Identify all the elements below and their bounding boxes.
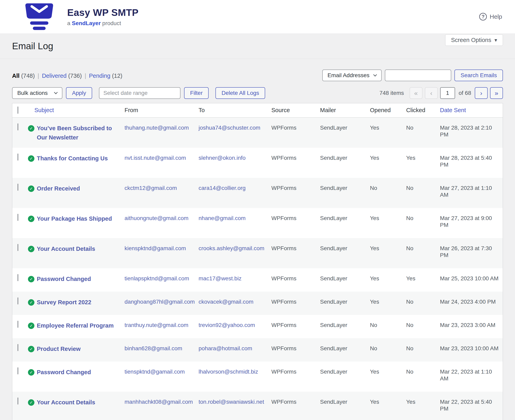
from-address[interactable]: nvt.isst.nute@gmail.com: [124, 155, 186, 161]
email-subject-link[interactable]: Your Package Has Shipped: [37, 214, 112, 223]
to-address[interactable]: joshua74@schuster.com: [199, 125, 260, 131]
table-row: ✓ Order Received ckctm12@gmail.com cara1…: [12, 178, 503, 208]
from-address[interactable]: tienspktnd@gamail.com: [124, 368, 185, 375]
search-box: Email Addresses Search Emails: [322, 69, 503, 81]
screen-options-button[interactable]: Screen Options ▼: [445, 34, 503, 46]
row-checkbox[interactable]: [17, 214, 18, 221]
to-address[interactable]: slehner@okon.info: [199, 155, 246, 161]
from-address[interactable]: tienlapspktnd@gmail.com: [124, 275, 189, 282]
email-subject-link[interactable]: You’ve Been Subscribed to Our Newsletter: [37, 124, 117, 142]
prev-page-button[interactable]: ‹: [425, 87, 438, 99]
brand-subtitle: a SendLayer product: [67, 20, 138, 27]
chevron-down-icon: [54, 90, 58, 94]
to-address[interactable]: crooks.ashley@gmail.com: [199, 245, 264, 251]
source-value: WPForms: [268, 238, 316, 268]
date-sent-value: Mar 22, 2023 at 1:10 AM: [436, 361, 503, 392]
delivered-check-icon: ✓: [28, 246, 34, 252]
mailer-value: SendLayer: [316, 315, 366, 338]
sort-by-date-sent-header[interactable]: Date Sent: [440, 107, 466, 113]
from-address[interactable]: tranthuy.nute@gmail.com: [124, 322, 188, 328]
easy-wp-smtp-logo-icon: [20, 3, 58, 30]
first-page-button[interactable]: «: [410, 87, 423, 99]
row-checkbox[interactable]: [17, 297, 18, 304]
items-count: 748 items: [379, 90, 404, 96]
from-address[interactable]: ckctm12@gmail.com: [124, 185, 177, 191]
email-subject-link[interactable]: Order Received: [37, 184, 80, 193]
source-value: WPForms: [268, 117, 316, 148]
sort-by-subject-header[interactable]: Subject: [34, 107, 54, 113]
to-address[interactable]: nhane@gmail.com: [199, 215, 246, 221]
from-address[interactable]: danghoang87hl@gmail.com: [124, 299, 195, 305]
date-sent-value: Mar 27, 2023 at 9:00 PM: [436, 208, 503, 238]
delivered-check-icon: ✓: [28, 346, 34, 352]
opened-value: Yes: [366, 361, 403, 392]
select-all-checkbox[interactable]: [17, 106, 18, 114]
row-checkbox[interactable]: [17, 274, 18, 281]
search-field-select[interactable]: Email Addresses: [322, 69, 382, 81]
row-checkbox[interactable]: [17, 184, 18, 191]
email-subject-link[interactable]: Employee Referral Program: [37, 321, 114, 330]
from-address[interactable]: aithuongnute@gmail.com: [124, 215, 189, 221]
delivered-check-icon: ✓: [28, 322, 34, 329]
help-link[interactable]: ? Help: [479, 13, 502, 21]
row-checkbox[interactable]: [17, 154, 18, 161]
to-address[interactable]: pohara@hotmail.com: [199, 345, 252, 352]
column-header-mailer: Mailer: [316, 103, 366, 117]
row-checkbox[interactable]: [17, 244, 18, 251]
email-subject-link[interactable]: Product Review: [37, 344, 81, 353]
clicked-value: No: [403, 338, 436, 361]
to-address[interactable]: cara14@collier.org: [199, 185, 246, 191]
source-value: WPForms: [268, 315, 316, 338]
to-address[interactable]: ton.robel@swaniawski.net: [199, 399, 264, 405]
table-row: ✓ Your Account Details kienspktnd@gamail…: [12, 238, 503, 268]
row-checkbox[interactable]: [17, 344, 18, 351]
bulk-actions-select[interactable]: Bulk actions: [12, 87, 62, 99]
view-separator: |: [38, 73, 39, 79]
current-page-input[interactable]: [440, 87, 455, 99]
delivered-check-icon: ✓: [28, 155, 34, 162]
row-checkbox[interactable]: [17, 321, 18, 328]
email-log-table: Subject From To Source Mailer Opened Cli…: [12, 103, 503, 420]
to-address[interactable]: mac17@west.biz: [199, 275, 242, 282]
email-subject-link[interactable]: Survey Report 2022: [37, 298, 91, 307]
date-range-input[interactable]: [99, 87, 180, 99]
row-checkbox[interactable]: [17, 398, 18, 405]
last-page-button[interactable]: »: [490, 87, 503, 99]
to-address[interactable]: trevion92@yahoo.com: [199, 322, 255, 328]
to-address[interactable]: lhalvorson@schmidt.biz: [199, 368, 258, 375]
view-pending-link[interactable]: Pending (12): [89, 73, 122, 79]
filter-button[interactable]: Filter: [184, 87, 209, 99]
search-field-selected-value: Email Addresses: [328, 72, 369, 79]
email-subject-link[interactable]: Password Changed: [37, 368, 91, 377]
email-subject-link[interactable]: Password Changed: [37, 274, 91, 284]
table-row: ✓ Password Changed tienlapspktnd@gmail.c…: [12, 268, 503, 292]
date-sent-value: Mar 23, 2023 10:00 AM: [436, 338, 503, 361]
delete-all-logs-button[interactable]: Delete All Logs: [215, 87, 265, 99]
email-subject-link[interactable]: Your Account Details: [37, 398, 95, 407]
view-delivered-label: Delivered: [42, 73, 67, 79]
brand-title: Easy WP SMTP: [67, 7, 138, 18]
email-subject-link[interactable]: Thanks for Contacting Us: [37, 154, 108, 163]
email-subject-link[interactable]: Your Account Details: [37, 244, 95, 253]
brand-sub-name: SendLayer: [72, 20, 100, 26]
from-address[interactable]: kienspktnd@gamail.com: [124, 245, 186, 251]
opened-value: Yes: [366, 292, 403, 315]
next-page-button[interactable]: ›: [475, 87, 488, 99]
search-emails-button[interactable]: Search Emails: [454, 69, 503, 81]
opened-value: Yes: [366, 148, 403, 178]
apply-button[interactable]: Apply: [66, 87, 92, 99]
from-address[interactable]: thuhang.nute@gmail.com: [124, 125, 189, 131]
brand: Easy WP SMTP a SendLayer product: [20, 3, 138, 30]
from-address[interactable]: manhhachkt08@gmail.com: [124, 399, 193, 405]
view-all-count: (748): [21, 73, 35, 79]
opened-value: Yes: [366, 268, 403, 292]
search-input[interactable]: [385, 69, 451, 81]
row-checkbox[interactable]: [17, 123, 18, 130]
mailer-value: SendLayer: [316, 178, 366, 208]
to-address[interactable]: ckovacek@gmail.com: [199, 299, 254, 305]
row-checkbox[interactable]: [17, 367, 18, 374]
table-row: ✓ Thanks for Contacting Us nvt.isst.nute…: [12, 148, 503, 178]
view-delivered-link[interactable]: Delivered (736): [42, 73, 82, 79]
from-address[interactable]: binhan628@gmail.com: [124, 345, 182, 352]
view-all-link[interactable]: All (748): [12, 73, 35, 79]
